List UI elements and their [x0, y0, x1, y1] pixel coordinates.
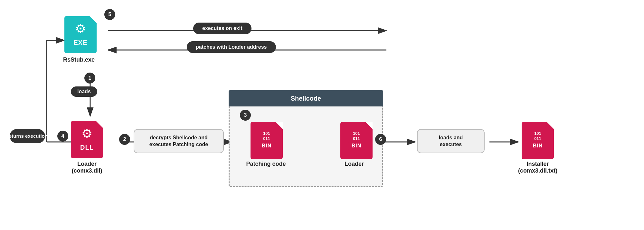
loader-icon-shape: ⚙ DLL — [71, 121, 103, 158]
executes-on-exit-pill: executes on exit — [193, 23, 251, 34]
loads-pill: loads — [71, 86, 97, 97]
rsstub-exe-label: EXE — [70, 38, 90, 48]
rsstub-file-icon: ⚙ EXE — [63, 13, 98, 53]
installer-binary: 101011 — [534, 131, 541, 141]
installer-bin-label: BIN — [530, 142, 546, 150]
loader-dll-label: DLL — [77, 143, 97, 153]
patching-bin-label: BIN — [259, 142, 275, 150]
step-6-badge: 6 — [375, 134, 386, 145]
loader-corner — [96, 121, 103, 128]
installer-corner — [547, 122, 554, 129]
loader-bin-shape: 101011 BIN — [340, 122, 373, 159]
rsstub-name-label: RsStub.exe — [56, 56, 101, 63]
step-2-badge: 2 — [119, 134, 130, 145]
decrypts-action-box: decrypts Shellcode and executes Patching… — [134, 129, 224, 153]
installer-name-label: Installer (comx3.dll.txt) — [506, 161, 570, 174]
patching-code-icon: 101011 BIN — [249, 119, 284, 159]
loader-gear: ⚙ — [81, 126, 92, 141]
installer-shape: 101011 BIN — [522, 122, 554, 159]
loads-executes-box: loads and executes — [417, 129, 485, 153]
step-5-badge: 5 — [104, 9, 115, 20]
patches-with-loader-pill: patches with Loader address — [187, 41, 276, 53]
loader-bin-corner — [365, 122, 373, 129]
shellcode-header: Shellcode — [229, 90, 383, 106]
patching-code-shape: 101011 BIN — [251, 122, 283, 159]
patching-corner — [276, 122, 283, 129]
installer-icon: 101011 BIN — [520, 119, 555, 159]
loader-binary: 101011 — [353, 131, 360, 141]
loader-dll-icon: ⚙ DLL — [69, 118, 105, 158]
loader-bin-label: BIN — [348, 142, 365, 150]
step-4-badge: 4 — [57, 131, 68, 142]
returns-execution-pill: returns execution — [10, 129, 45, 143]
rsstub-corner — [90, 16, 97, 23]
loader-bin-icon: 101011 BIN — [339, 119, 374, 159]
step-1-badge: 1 — [84, 73, 95, 84]
rsstub-icon-shape: ⚙ EXE — [64, 16, 97, 53]
patching-binary: 101011 — [263, 131, 270, 141]
patching-code-label: Patching code — [243, 161, 289, 167]
rsstub-gear: ⚙ — [75, 22, 86, 36]
loader-name-label: Loader (comx3.dll) — [63, 161, 111, 174]
diagram: returns execution 5 ⚙ EXE RsStub.exe 1 l… — [0, 0, 644, 230]
loader-bin-name-label: Loader — [336, 161, 372, 167]
